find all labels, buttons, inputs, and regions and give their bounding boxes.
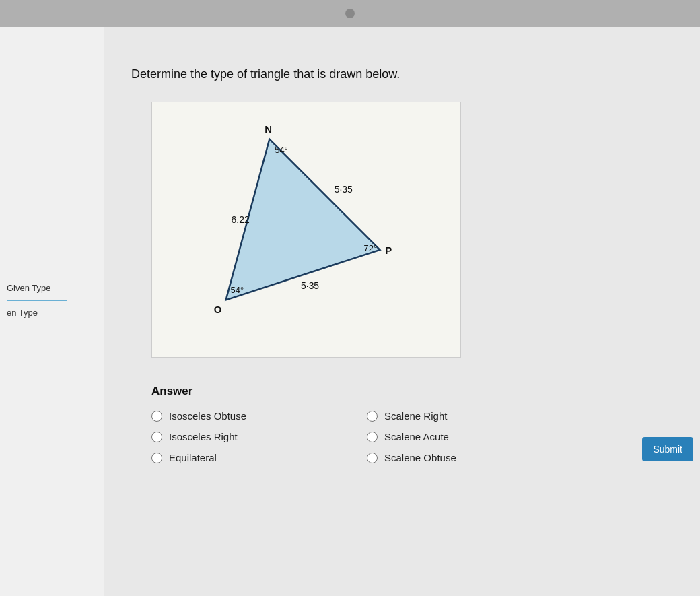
radio-isosceles-right[interactable]: [151, 432, 162, 442]
submit-button[interactable]: Submit: [642, 437, 693, 461]
option-equilateral-label: Equilateral: [169, 452, 217, 463]
question-title: Determine the type of triangle that is d…: [131, 67, 673, 81]
answer-label: Answer: [151, 385, 673, 398]
option-scalene-obtuse-label: Scalene Obtuse: [384, 452, 456, 463]
option-scalene-right-label: Scalene Right: [384, 410, 447, 422]
option-equilateral[interactable]: Equilateral: [151, 452, 326, 463]
camera-icon: [345, 9, 355, 18]
answer-section: Answer Isosceles Obtuse Scalene Right Is…: [151, 385, 673, 463]
option-scalene-right[interactable]: Scalene Right: [367, 410, 542, 422]
option-isosceles-obtuse-label: Isosceles Obtuse: [169, 410, 246, 422]
angle-o-label: 54°: [231, 285, 244, 295]
vertex-o-label: O: [214, 304, 222, 315]
sidebar: Given Type en Type: [0, 0, 104, 596]
options-grid: Isosceles Obtuse Scalene Right Isosceles…: [151, 410, 673, 463]
angle-n-label: 54°: [275, 145, 288, 155]
radio-equilateral[interactable]: [151, 453, 162, 463]
radio-isosceles-obtuse[interactable]: [151, 411, 162, 422]
triangle-svg: N O P 54° 54° 72° 5·35 5·35 6.22: [152, 102, 460, 357]
sidebar-en-type: en Type: [7, 308, 104, 318]
option-isosceles-obtuse[interactable]: Isosceles Obtuse: [151, 410, 326, 422]
sidebar-divider: [7, 300, 67, 301]
main-content: Determine the type of triangle that is d…: [104, 27, 700, 596]
radio-scalene-acute[interactable]: [367, 432, 378, 442]
sidebar-given-type: Given Type: [7, 283, 104, 293]
option-scalene-acute-label: Scalene Acute: [384, 431, 449, 442]
side-op-label: 5·35: [301, 280, 319, 291]
vertex-p-label: P: [385, 244, 392, 256]
option-isosceles-right-label: Isosceles Right: [169, 431, 238, 442]
radio-scalene-right[interactable]: [367, 411, 378, 422]
top-bar: [0, 0, 700, 27]
option-scalene-obtuse[interactable]: Scalene Obtuse: [367, 452, 542, 463]
radio-scalene-obtuse[interactable]: [367, 453, 378, 463]
option-scalene-acute[interactable]: Scalene Acute: [367, 431, 542, 442]
vertex-n-label: N: [265, 123, 272, 135]
option-isosceles-right[interactable]: Isosceles Right: [151, 431, 326, 442]
side-np-label: 5·35: [335, 184, 353, 195]
angle-p-label: 72°: [364, 243, 378, 253]
triangle-diagram: N O P 54° 54° 72° 5·35 5·35 6.22: [151, 102, 461, 358]
side-no-label: 6.22: [232, 214, 250, 225]
